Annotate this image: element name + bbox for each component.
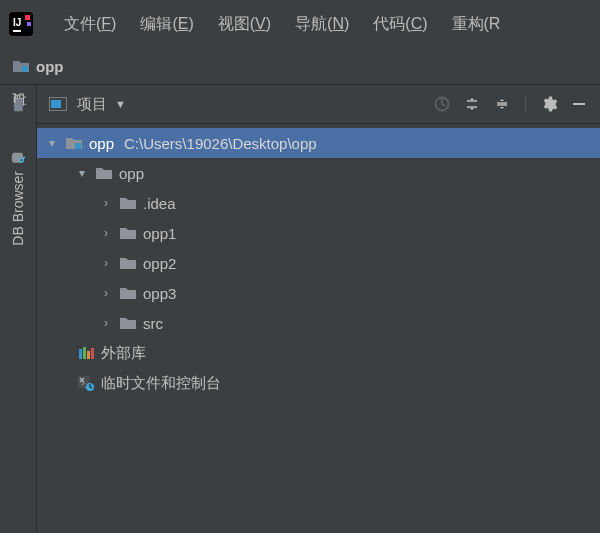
menu-view[interactable]: 视图(V) xyxy=(206,8,283,41)
select-opened-file-icon[interactable] xyxy=(431,93,453,115)
menu-code[interactable]: 代码(C) xyxy=(361,8,439,41)
libraries-icon xyxy=(77,345,95,361)
chevron-right-icon[interactable]: › xyxy=(99,256,113,270)
chevron-right-icon[interactable]: › xyxy=(99,196,113,210)
module-folder-icon xyxy=(65,136,83,150)
expand-all-icon[interactable] xyxy=(461,93,483,115)
svg-text:IJ: IJ xyxy=(13,17,21,28)
navigation-bar: opp xyxy=(0,48,600,85)
app-logo: IJ xyxy=(8,11,34,37)
scratches-icon: >_ xyxy=(77,375,95,391)
svg-rect-16 xyxy=(87,351,90,359)
tree-node-label: opp xyxy=(119,165,144,182)
menu-navigate[interactable]: 导航(N) xyxy=(283,8,361,41)
svg-rect-12 xyxy=(573,103,585,105)
separator xyxy=(525,94,526,114)
gear-icon[interactable] xyxy=(538,93,560,115)
svg-rect-10 xyxy=(51,100,61,108)
tree-node[interactable]: › src xyxy=(37,308,600,338)
tree-node-root[interactable]: ▾ opp C:\Users\19026\Desktop\opp xyxy=(37,128,600,158)
svg-rect-14 xyxy=(79,349,82,359)
tree-node-path: C:\Users\19026\Desktop\opp xyxy=(124,135,317,152)
tree-node-label: 外部库 xyxy=(101,344,146,363)
project-view-title[interactable]: 项目 xyxy=(77,95,107,114)
toolwindow-button-project[interactable]: 项目 xyxy=(9,91,27,125)
tree-node-external-libraries[interactable]: › 外部库 xyxy=(37,338,600,368)
tree-node-label: opp xyxy=(89,135,114,152)
database-icon xyxy=(11,151,25,165)
svg-rect-15 xyxy=(83,347,86,359)
main-menu-bar: IJ 文件(F) 编辑(E) 视图(V) 导航(N) 代码(C) 重构(R xyxy=(0,0,600,48)
module-folder-icon xyxy=(12,58,30,74)
project-tool-window: 项目 ▼ ▾ xyxy=(37,85,600,533)
tree-node-label: .idea xyxy=(143,195,176,212)
tree-node-scratches[interactable]: › >_ 临时文件和控制台 xyxy=(37,368,600,398)
folder-icon xyxy=(119,286,137,300)
svg-rect-2 xyxy=(13,30,21,32)
tool-window-left-stripe: 项目 DB Browser xyxy=(0,85,37,533)
chevron-down-icon[interactable]: ▾ xyxy=(45,136,59,150)
svg-rect-3 xyxy=(25,15,30,20)
hide-icon[interactable] xyxy=(568,93,590,115)
chevron-right-icon[interactable]: › xyxy=(99,316,113,330)
menu-refactor[interactable]: 重构(R xyxy=(440,8,513,41)
chevron-down-icon[interactable]: ▼ xyxy=(115,98,126,110)
folder-icon xyxy=(119,226,137,240)
tree-node[interactable]: › opp3 xyxy=(37,278,600,308)
tree-node-label: src xyxy=(143,315,163,332)
tree-node[interactable]: › .idea xyxy=(37,188,600,218)
project-tree[interactable]: ▾ opp C:\Users\19026\Desktop\opp ▾ opp › xyxy=(37,124,600,398)
breadcrumb-project[interactable]: opp xyxy=(36,58,64,75)
chevron-right-icon[interactable]: › xyxy=(99,226,113,240)
collapse-all-icon[interactable] xyxy=(491,93,513,115)
folder-icon xyxy=(119,316,137,330)
menu-edit[interactable]: 编辑(E) xyxy=(128,8,205,41)
svg-rect-5 xyxy=(22,66,28,72)
toolwindow-button-label: DB Browser xyxy=(10,171,26,246)
tree-node[interactable]: › opp2 xyxy=(37,248,600,278)
chevron-right-icon[interactable]: › xyxy=(99,286,113,300)
menu-file[interactable]: 文件(F) xyxy=(52,8,128,41)
tree-node-label: 临时文件和控制台 xyxy=(101,374,221,393)
folder-icon xyxy=(95,166,113,180)
folder-icon xyxy=(119,256,137,270)
tree-node[interactable]: ▾ opp xyxy=(37,158,600,188)
chevron-down-icon[interactable]: ▾ xyxy=(75,166,89,180)
folder-icon xyxy=(119,196,137,210)
tree-node[interactable]: › opp1 xyxy=(37,218,600,248)
project-view-icon xyxy=(47,93,69,115)
toolwindow-button-dbbrowser[interactable]: DB Browser xyxy=(10,143,26,254)
svg-rect-17 xyxy=(91,348,94,359)
svg-rect-4 xyxy=(27,22,31,26)
tree-node-label: opp1 xyxy=(143,225,176,242)
main-content: 项目 DB Browser xyxy=(0,85,600,533)
folder-icon xyxy=(12,98,24,112)
svg-rect-13 xyxy=(75,143,81,149)
tree-node-label: opp3 xyxy=(143,285,176,302)
tree-node-label: opp2 xyxy=(143,255,176,272)
project-panel-header: 项目 ▼ xyxy=(37,85,600,124)
